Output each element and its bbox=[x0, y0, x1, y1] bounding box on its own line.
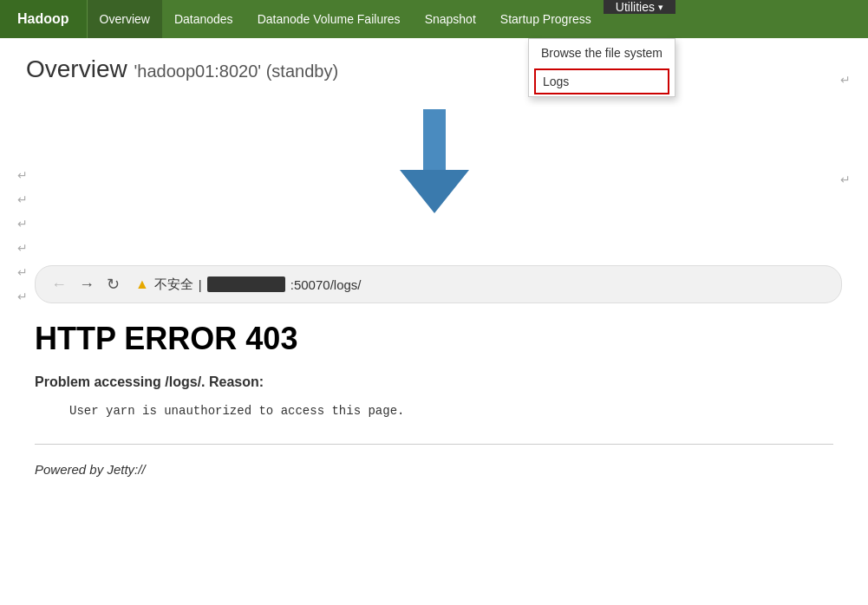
page-subtitle: 'hadoop01:8020' (standby) bbox=[134, 62, 338, 81]
warning-icon: ▲ bbox=[135, 276, 149, 292]
divider bbox=[35, 444, 833, 445]
refresh-button[interactable]: ↻ bbox=[107, 275, 120, 294]
navbar-brand[interactable]: Hadoop bbox=[0, 0, 88, 38]
svg-marker-1 bbox=[400, 170, 469, 213]
http-error-title: HTTP ERROR 403 bbox=[35, 321, 833, 357]
nav-item-overview[interactable]: Overview bbox=[88, 0, 162, 38]
problem-text: Problem accessing /logs/. Reason: bbox=[35, 374, 833, 390]
utilities-label: Utilities bbox=[616, 0, 655, 14]
nav-item-datanode-volume-failures[interactable]: Datanode Volume Failures bbox=[245, 0, 413, 38]
navbar: Hadoop Overview Datanodes Datanode Volum… bbox=[0, 0, 868, 38]
right-return-1: ↵ bbox=[840, 73, 851, 87]
nav-item-utilities[interactable]: Utilities ▾ bbox=[604, 0, 675, 14]
page-content: ↵ ↵ ↵ ↵ ↵ ↵ ↵ ↵ Overview 'hadoop01:8020'… bbox=[0, 38, 868, 257]
arrow-container bbox=[26, 92, 842, 239]
nav-item-snapshot[interactable]: Snapshot bbox=[413, 0, 488, 38]
page-title: Overview 'hadoop01:8020' (standby) bbox=[26, 55, 842, 83]
browser-address-bar[interactable]: ← → ↻ ▲ 不安全 | :50070/logs/ bbox=[35, 265, 842, 303]
dropdown-logs[interactable]: Logs bbox=[534, 68, 669, 94]
powered-by: Powered by Jetty:// bbox=[35, 462, 833, 477]
insecure-label: 不安全 bbox=[154, 276, 193, 293]
error-content: HTTP ERROR 403 Problem accessing /logs/.… bbox=[0, 321, 868, 477]
redacted-url-part bbox=[207, 276, 285, 292]
utilities-dropdown-container: Utilities ▾ Browse the file system Logs bbox=[604, 0, 675, 38]
url-bar[interactable]: ▲ 不安全 | :50070/logs/ bbox=[135, 276, 826, 293]
url-suffix: :50070/logs/ bbox=[290, 277, 362, 292]
return-symbol-4: ↵ bbox=[17, 241, 28, 255]
page-title-text: Overview bbox=[26, 55, 127, 82]
back-button[interactable]: ← bbox=[51, 276, 67, 294]
dropdown-browse-filesystem[interactable]: Browse the file system bbox=[529, 39, 675, 67]
return-symbol-5: ↵ bbox=[17, 265, 28, 279]
utilities-dropdown-menu: Browse the file system Logs bbox=[528, 38, 675, 97]
reason-text: User yarn is unauthorized to access this… bbox=[69, 404, 833, 418]
return-symbol-6: ↵ bbox=[17, 289, 28, 303]
nav-item-datanodes[interactable]: Datanodes bbox=[162, 0, 245, 38]
svg-rect-0 bbox=[423, 109, 446, 170]
utilities-dropdown-arrow: ▾ bbox=[658, 2, 663, 13]
nav-item-startup-progress[interactable]: Startup Progress bbox=[488, 0, 604, 38]
url-separator: | bbox=[199, 277, 202, 292]
forward-button[interactable]: → bbox=[79, 276, 95, 294]
browser-controls: ← → ↻ bbox=[51, 275, 120, 294]
down-arrow-icon bbox=[400, 109, 469, 213]
